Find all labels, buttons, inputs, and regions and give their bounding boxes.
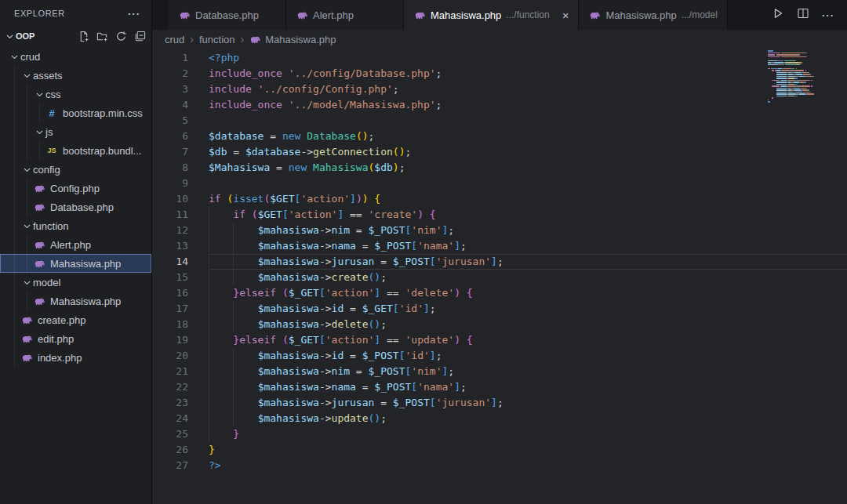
tree-indent-guide: [14, 216, 15, 235]
tab-path-hint: .../function: [506, 9, 549, 20]
minimap-line: [768, 68, 770, 70]
tree-item-label: Alert.php: [50, 239, 91, 251]
more-actions-icon[interactable]: ···: [822, 9, 834, 21]
minimap-line: [768, 100, 769, 101]
tree-item-config-php-7[interactable]: Config.php: [0, 179, 151, 198]
tree-item-index-php-16[interactable]: index.php: [0, 348, 151, 367]
minimap-line: [796, 64, 799, 66]
tab-label: Mahasiswa.php: [605, 9, 676, 21]
minimap[interactable]: [765, 50, 814, 108]
minimap-line: [794, 82, 799, 83]
tab-mahasiswa-php-model[interactable]: Mahasiswa.php.../model: [579, 0, 727, 30]
code-line-14[interactable]: $mahasiswa->jurusan = $_POST['jurusan'];: [209, 254, 847, 270]
tree-item-css-folder-2[interactable]: css: [0, 85, 151, 103]
breadcrumb-item-function[interactable]: function: [199, 34, 235, 45]
tree-item-create-php-14[interactable]: create.php: [0, 310, 151, 329]
php-elephant-icon: [179, 9, 191, 21]
code-line-16[interactable]: }elseif ($_GET['action'] == 'delete') {: [209, 285, 847, 301]
minimap-line: [787, 85, 796, 87]
indent-guide: [209, 379, 209, 395]
code-line-13[interactable]: $mahasiswa->nama = $_POST['nama'];: [209, 238, 847, 254]
code-line-22[interactable]: $mahasiswa->nama = $_POST['nama'];: [209, 379, 847, 395]
code-line-1[interactable]: <?php: [209, 50, 847, 66]
minimap-line: [768, 53, 780, 54]
breadcrumb-item-crud[interactable]: crud: [165, 34, 184, 45]
code-line-25[interactable]: }: [209, 426, 847, 442]
minimap-line: [776, 82, 787, 83]
tree-item-config-folder-6[interactable]: config: [0, 160, 151, 179]
tree-item-bootstrap-bundl-5[interactable]: JSbootstrap.bundl...: [0, 141, 151, 160]
indent-guide: [209, 332, 209, 348]
code-line-15[interactable]: $mahasiswa->create();: [209, 270, 847, 285]
split-editor-icon[interactable]: [797, 7, 809, 23]
line-number-20: 20: [152, 348, 209, 364]
minimap-line: [801, 62, 802, 63]
minimap-line: [788, 78, 794, 79]
indent-guide: [233, 254, 234, 270]
tree-indent-guide: [14, 310, 15, 329]
explorer-more-icon[interactable]: ···: [128, 8, 140, 20]
tree-item-alert-php-10[interactable]: Alert.php: [0, 235, 151, 254]
close-tab-icon[interactable]: ×: [562, 9, 569, 21]
code-line-5[interactable]: [209, 113, 847, 129]
code-line-17[interactable]: $mahasiswa->id = $_GET['id'];: [209, 301, 847, 317]
tree-indent-guide: [14, 235, 15, 254]
code-line-20[interactable]: $mahasiswa->id = $_POST['id'];: [209, 348, 847, 364]
breadcrumb-separator: ›: [190, 33, 194, 45]
code-line-10[interactable]: if (isset($GET['action'])) {: [209, 191, 847, 207]
minimap-line: [776, 72, 787, 74]
code-line-21[interactable]: $mahasiswa->nim = $_POST['nim'];: [209, 364, 847, 379]
tree-item-edit-php-15[interactable]: edit.php: [0, 329, 151, 348]
tree-item-label: Config.php: [50, 183, 100, 194]
code-line-18[interactable]: $mahasiswa->delete();: [209, 317, 847, 332]
minimap-line: [776, 89, 787, 91]
explorer-section-oop[interactable]: OOP: [0, 27, 151, 45]
tab-mahasiswa-php-function[interactable]: Mahasiswa.php.../function×: [404, 0, 579, 30]
code-line-23[interactable]: $mahasiswa->jurusan = $_POST['jurusan'];: [209, 395, 847, 411]
tree-item-js-folder-4[interactable]: js: [0, 122, 151, 141]
run-icon[interactable]: [772, 7, 784, 23]
code-line-11[interactable]: if ($GET['action'] == 'create') {: [209, 207, 847, 223]
line-number-5: 5: [152, 113, 209, 129]
minimap-line: [781, 56, 806, 58]
code-line-27[interactable]: ?>: [209, 458, 847, 473]
line-number-6: 6: [152, 129, 209, 144]
tree-item-assets-folder-1[interactable]: assets: [0, 66, 151, 85]
minimap-line: [806, 56, 807, 58]
code-line-24[interactable]: $mahasiswa->update();: [209, 411, 847, 426]
tree-item-crud-folder-0[interactable]: crud: [0, 47, 151, 66]
code-line-6[interactable]: $database = new Database();: [209, 129, 847, 144]
code-line-26[interactable]: }: [209, 442, 847, 458]
minimap-line: [796, 76, 799, 78]
new-folder-icon[interactable]: [95, 29, 109, 43]
tab-database-php[interactable]: Database.php: [169, 0, 286, 30]
code-line-19[interactable]: }elseif ($_GET['action'] == 'update') {: [209, 332, 847, 348]
breadcrumb-item-mahasiswa-php[interactable]: Mahasiswa.php: [249, 34, 336, 45]
explorer-header: EXPLORER ···: [0, 0, 151, 27]
code-line-3[interactable]: include '../config/Config.php';: [209, 82, 847, 97]
tree-item-label: config: [33, 164, 60, 176]
tree-item-mahasiswa-php-11[interactable]: Mahasiswa.php: [0, 254, 151, 273]
tree-item-bootstrap-min-css-3[interactable]: #bootstrap.min.css: [0, 103, 151, 122]
code-line-9[interactable]: [209, 176, 847, 191]
collapse-folders-icon[interactable]: [133, 29, 147, 43]
new-file-icon[interactable]: [76, 29, 90, 43]
refresh-explorer-icon[interactable]: [114, 29, 128, 43]
php-elephant-icon: [21, 352, 33, 364]
line-number-21: 21: [152, 364, 209, 379]
code-line-4[interactable]: include_once '../model/Mahasiswa.php';: [209, 97, 847, 113]
code-editor[interactable]: 1<?php2include_once '../config/Database.…: [152, 49, 847, 504]
tree-item-database-php-8[interactable]: Database.php: [0, 198, 151, 216]
minimap-line: [794, 72, 801, 74]
code-line-7[interactable]: $db = $database->getConnection();: [209, 144, 847, 160]
tab-alert-php[interactable]: Alert.php: [286, 0, 404, 30]
tree-item-mahasiswa-php-13[interactable]: Mahasiswa.php: [0, 292, 151, 310]
tree-item-function-folder-9[interactable]: function: [0, 216, 151, 235]
code-line-2[interactable]: include_once '../config/Database.php';: [209, 66, 847, 82]
indent-guide: [233, 364, 234, 379]
code-line-8[interactable]: $Mahasiswa = new Mahasiswa($db);: [209, 160, 847, 176]
code-line-12[interactable]: $mahasiswa->nim = $_POST['nim'];: [209, 223, 847, 238]
tree-item-model-folder-12[interactable]: model: [0, 273, 151, 292]
tree-item-label: create.php: [38, 314, 85, 326]
minimap-line: [801, 85, 809, 87]
